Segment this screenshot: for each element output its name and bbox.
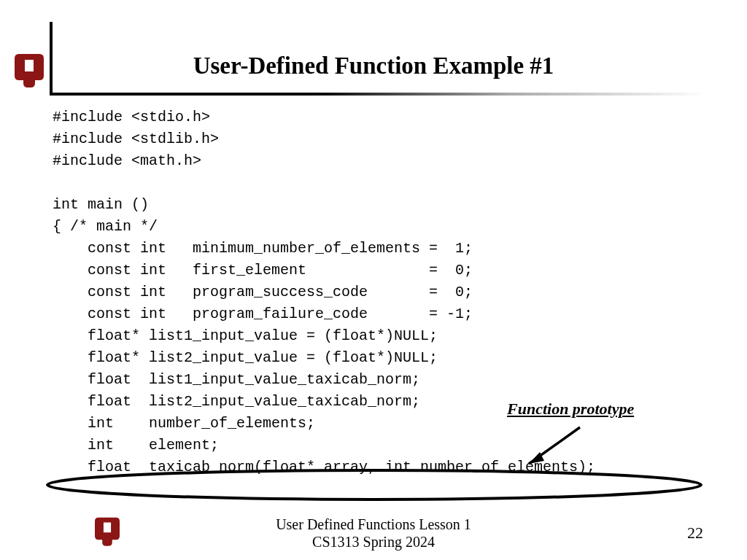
page-number: 22	[687, 524, 703, 542]
title-horizontal-rule	[50, 93, 706, 96]
callout-label: Function prototype	[507, 400, 634, 419]
code-block: #include <stdio.h> #include <stdlib.h> #…	[53, 106, 595, 478]
footer-course: CS1313 Spring 2024	[0, 533, 747, 551]
footer: User Defined Functions Lesson 1 CS1313 S…	[0, 516, 747, 551]
slide-title: User-Defined Function Example #1	[0, 52, 747, 79]
footer-lesson: User Defined Functions Lesson 1	[0, 516, 747, 533]
